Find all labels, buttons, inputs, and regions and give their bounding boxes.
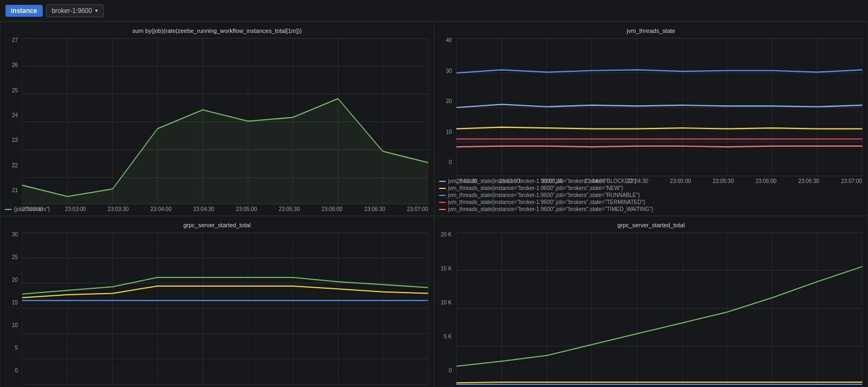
panel1-svg [22,38,428,204]
legend-item-runnable: jvm_threads_state{instance="broker-1:960… [439,192,864,198]
panel2-svg [456,38,863,176]
panel4-y-axis: 20 K 15 K 10 K 5 K 0 [435,230,454,374]
panel4-svg [456,233,863,384]
legend-item-terminated: jvm_threads_state{instance="broker-1:960… [439,199,864,205]
instance-badge: instance [5,5,43,17]
legend-color [5,209,11,210]
legend-color [439,181,446,182]
panel-zeebe-instances: sum by(job)(rate(zeebe_running_workflow_… [0,22,434,216]
panel-grpc-started-right: grpc_server_started_total 20 K 15 K 10 K… [434,216,869,387]
panel-grpc-started-left: grpc_server_started_total 30 25 20 15 10… [0,216,434,387]
svg-marker-17 [22,99,428,204]
panel2-y-axis: 40 30 20 10 0 [435,36,454,165]
legend-color [439,202,446,203]
legend-color [439,209,446,210]
panel2-chart-area: 40 30 20 10 0 [435,36,868,176]
top-bar: instance broker-1:9600 [0,0,868,22]
legend-color [439,188,446,189]
dashboard-grid: sum by(job)(rate(zeebe_running_workflow_… [0,22,868,387]
panel3-svg [22,233,428,384]
panel4-title: grpc_server_started_total [435,216,868,230]
panel2-x-axis: 23:02:30 23:03:00 23:03:30 23:04:00 23:0… [456,177,863,184]
broker-dropdown[interactable]: broker-1:9600 [46,4,104,17]
legend-item-timed-waiting: jvm_threads_state{instance="broker-1:960… [439,206,864,212]
panel3-y-axis: 30 25 20 15 10 5 0 [1,230,20,374]
panel1-chart-area: 27 26 25 24 23 22 21 [1,36,434,204]
panel4-chart-area: 20 K 15 K 10 K 5 K 0 [435,230,868,384]
panel1-title: sum by(job)(rate(zeebe_running_workflow_… [1,22,434,36]
panel1-y-axis: 27 26 25 24 23 22 21 [1,36,20,193]
legend-item-new: jvm_threads_state{instance="broker-1:960… [439,185,864,191]
panel3-title: grpc_server_started_total [1,216,434,230]
panel-jvm-threads: jvm_threads_state 40 30 20 10 0 [434,22,869,216]
panel3-chart-area: 30 25 20 15 10 5 0 [1,230,434,384]
panel2-title: jvm_threads_state [435,22,868,36]
legend-color [439,195,446,196]
panel1-x-axis: 23:02:30 23:03:00 23:03:30 23:04:00 23:0… [22,205,428,212]
